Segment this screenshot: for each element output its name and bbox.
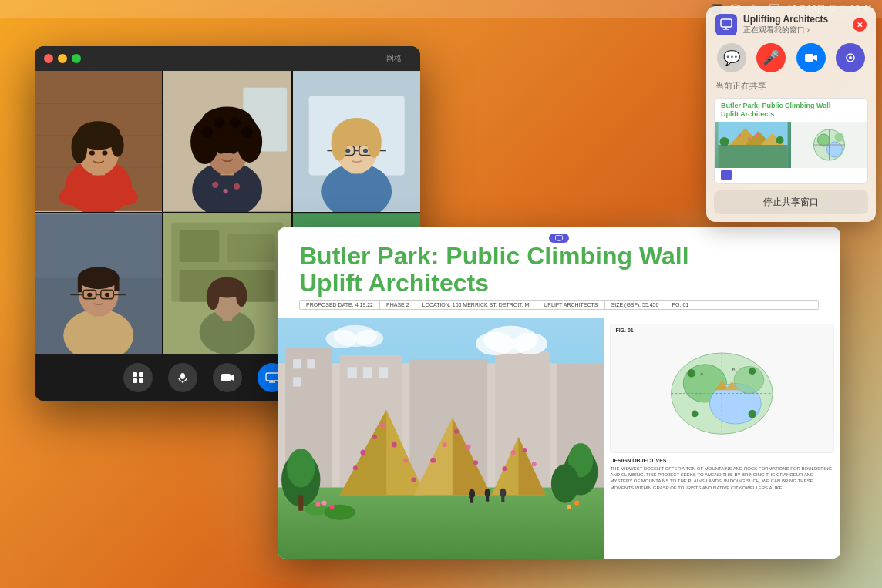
participant-5 [163, 213, 291, 354]
participant-1 [35, 71, 162, 212]
svg-point-121 [835, 133, 844, 142]
svg-point-12 [102, 150, 107, 155]
svg-point-28 [214, 117, 224, 128]
svg-rect-144 [298, 496, 303, 511]
screen-share-indicator [549, 234, 569, 243]
svg-rect-59 [78, 278, 82, 293]
chat-button[interactable]: 💬 [717, 43, 746, 72]
svg-point-116 [776, 136, 784, 144]
svg-point-147 [551, 465, 579, 503]
svg-point-61 [87, 293, 92, 297]
grid-label: 网格 [386, 53, 411, 64]
svg-point-62 [105, 293, 109, 297]
close-button[interactable] [44, 54, 53, 63]
svg-point-156 [411, 478, 416, 482]
stop-sharing-button[interactable]: 停止共享窗口 [714, 190, 868, 214]
svg-point-31 [218, 149, 224, 153]
mute-button[interactable] [168, 363, 197, 392]
svg-point-30 [242, 126, 253, 137]
video-cell-1 [35, 71, 162, 212]
svg-point-94 [180, 373, 185, 379]
svg-rect-103 [805, 54, 813, 62]
svg-rect-93 [139, 378, 143, 383]
svg-point-185 [476, 332, 514, 355]
svg-point-105 [849, 56, 852, 59]
preview-title: Butler Park: Public Climbing Wall [721, 102, 861, 110]
svg-point-112 [739, 134, 742, 137]
svg-point-199 [692, 411, 699, 418]
svg-rect-174 [486, 493, 489, 502]
meta-size: SIZE (GSF): 55,450 [605, 301, 666, 309]
svg-point-9 [72, 132, 88, 163]
document-content: FIG. 01 [278, 318, 840, 559]
svg-point-182 [567, 505, 571, 509]
video-cell-5 [163, 213, 291, 354]
svg-point-151 [372, 435, 377, 439]
design-objectives-text: THE MIDWEST DOESN'T OFFER A TON OF MOUNT… [610, 465, 834, 492]
meta-date: PROPOSED DATE: 4.19.22 [300, 301, 380, 309]
svg-point-47 [363, 149, 368, 153]
svg-point-178 [324, 505, 355, 520]
app-icon [715, 14, 737, 35]
video-button[interactable] [796, 43, 826, 72]
preview-image [715, 122, 867, 168]
svg-rect-141 [278, 488, 604, 559]
svg-point-167 [510, 450, 515, 455]
svg-rect-136 [307, 360, 315, 369]
camera-button[interactable] [213, 363, 242, 392]
svg-point-154 [403, 459, 408, 463]
audio-button[interactable]: 🎤 [756, 43, 786, 72]
svg-point-188 [326, 330, 357, 348]
window-controls [44, 54, 81, 63]
minimize-button[interactable] [58, 54, 67, 63]
svg-point-155 [353, 466, 358, 471]
svg-point-11 [89, 150, 95, 155]
svg-point-186 [513, 333, 547, 354]
svg-point-113 [748, 137, 751, 140]
right-panel: FIG. 01 [604, 318, 840, 559]
svg-rect-60 [114, 278, 119, 291]
svg-point-160 [443, 442, 447, 447]
svg-point-32 [231, 149, 237, 153]
svg-rect-100 [721, 19, 732, 27]
notification-subtitle: 正在观看我的窗口 › [743, 25, 847, 35]
notification-actions: 💬 🎤 [706, 40, 876, 79]
svg-point-45 [367, 126, 382, 157]
preview-header: Butler Park: Public Climbing Wall Uplift… [715, 99, 867, 122]
participant-3 [293, 71, 420, 212]
screen-share-notif-button[interactable] [836, 43, 865, 72]
svg-rect-139 [363, 368, 372, 378]
meta-location: LOCATION: 153 MERRICK ST, DETROIT, MI [416, 301, 538, 309]
main-illustration [278, 318, 604, 559]
site-diagram: FIG. 01 [610, 324, 834, 452]
app-name: Uplifting Architects [743, 14, 847, 25]
svg-point-194 [734, 367, 764, 394]
svg-rect-107 [719, 145, 788, 168]
notification-close-button[interactable]: ✕ [853, 18, 867, 32]
svg-point-46 [345, 149, 350, 153]
svg-rect-66 [227, 234, 275, 262]
svg-point-143 [287, 449, 315, 487]
document-meta-bar: PROPOSED DATE: 4.19.22 PHASE 2 LOCATION:… [299, 300, 819, 310]
preview-left-panel [715, 122, 791, 168]
preview-subtitle: Uplift Architects [721, 110, 861, 119]
svg-point-44 [331, 126, 347, 160]
svg-point-18 [212, 182, 218, 188]
svg-text:B: B [732, 367, 736, 372]
svg-rect-138 [348, 368, 357, 378]
grid-view-button[interactable] [123, 363, 153, 392]
svg-point-159 [430, 458, 436, 463]
svg-point-180 [321, 501, 326, 506]
svg-rect-65 [180, 230, 220, 262]
meta-architect: UPLIFT ARCHITECTS [537, 301, 604, 309]
svg-point-114 [756, 134, 759, 137]
document-title-line1: Butler Park: Public Climbing Wall [299, 243, 819, 270]
preview-right-panel [791, 122, 867, 168]
svg-rect-92 [133, 378, 137, 383]
svg-point-73 [236, 284, 247, 307]
video-cell-2 [163, 71, 291, 212]
maximize-button[interactable] [72, 54, 81, 63]
svg-point-163 [473, 461, 478, 465]
svg-point-27 [202, 126, 213, 137]
svg-point-200 [749, 410, 757, 418]
